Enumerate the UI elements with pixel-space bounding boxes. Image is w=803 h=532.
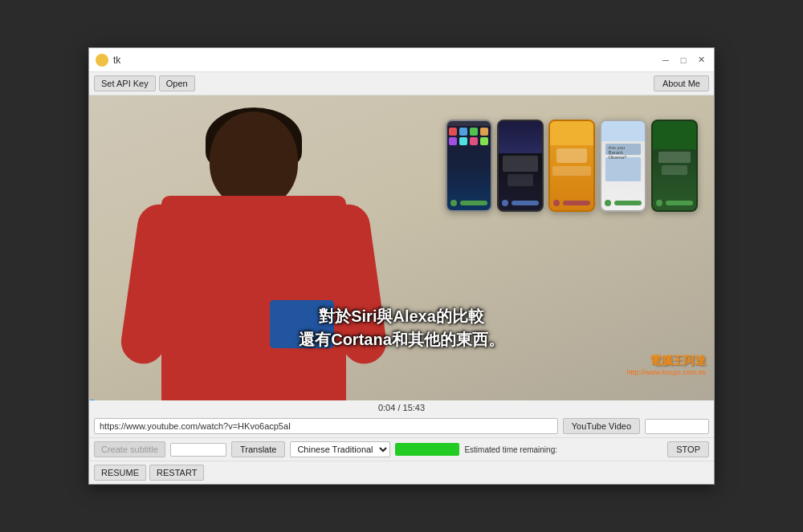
translation-progress-bar bbox=[395, 443, 459, 456]
watermark-title: 電腦王阿達 bbox=[626, 354, 706, 368]
file-input[interactable] bbox=[645, 419, 709, 434]
phone-screen-1 bbox=[447, 121, 491, 193]
url-row: YouTube Video bbox=[89, 415, 714, 437]
about-me-button[interactable]: About Me bbox=[654, 75, 709, 91]
video-player: Are you Barack Obama? bbox=[89, 95, 714, 400]
minimize-button[interactable]: ─ bbox=[659, 54, 672, 67]
resume-button[interactable]: RESUME bbox=[94, 465, 146, 481]
phone-screen-2 bbox=[499, 121, 542, 193]
language-select[interactable]: Chinese Traditional Chinese Simplified E… bbox=[290, 441, 390, 457]
subtitle-line-1: 對於Siri與Alexa的比較 bbox=[299, 306, 504, 327]
youtube-video-button[interactable]: YouTube Video bbox=[563, 418, 640, 434]
maximize-button[interactable]: □ bbox=[677, 54, 690, 67]
watermark-url: http://www.kocpc.com.tw bbox=[626, 368, 706, 376]
phone-3 bbox=[548, 120, 595, 212]
head bbox=[210, 112, 298, 208]
set-api-key-button[interactable]: Set API Key bbox=[94, 75, 156, 91]
body bbox=[161, 196, 346, 400]
person-figure-area bbox=[89, 95, 464, 400]
url-input[interactable] bbox=[94, 418, 558, 434]
phone-2 bbox=[497, 120, 544, 212]
estimated-label: Estimated time remaining: bbox=[464, 445, 557, 454]
window-title: tk bbox=[113, 55, 659, 66]
time-display: 0:04 / 15:43 bbox=[89, 400, 714, 415]
restart-button[interactable]: RESTART bbox=[149, 465, 204, 481]
subtitle-input[interactable] bbox=[170, 443, 226, 457]
subtitle-line-2: 還有Cortana和其他的東西。 bbox=[299, 329, 504, 351]
translate-button[interactable]: Translate bbox=[231, 441, 285, 457]
controls-row: Create subtitle Translate Chinese Tradit… bbox=[89, 437, 714, 461]
bottom-controls-row: RESUME RESTART bbox=[89, 461, 714, 484]
close-button[interactable]: ✕ bbox=[695, 54, 707, 67]
subtitle-overlay: 對於Siri與Alexa的比較 還有Cortana和其他的東西。 bbox=[299, 304, 504, 352]
app-window: tk ─ □ ✕ Set API Key Open About Me bbox=[88, 47, 715, 485]
progress-thumb bbox=[89, 400, 96, 400]
phones-display: Are you Barack Obama? bbox=[446, 120, 698, 212]
title-bar: tk ─ □ ✕ bbox=[89, 48, 714, 72]
open-button[interactable]: Open bbox=[159, 75, 195, 91]
phone-screen-3 bbox=[550, 121, 593, 193]
watermark: 電腦王阿達 http://www.kocpc.com.tw bbox=[626, 354, 706, 376]
phone-screen-5 bbox=[653, 121, 696, 193]
phone-5 bbox=[651, 120, 698, 212]
video-background: Are you Barack Obama? bbox=[89, 95, 714, 400]
menu-bar: Set API Key Open About Me bbox=[89, 72, 714, 95]
phone-4: Are you Barack Obama? bbox=[600, 120, 646, 212]
phone-screen-4: Are you Barack Obama? bbox=[601, 121, 645, 193]
window-controls: ─ □ ✕ bbox=[659, 54, 707, 67]
person-figure bbox=[113, 112, 418, 400]
app-icon bbox=[96, 54, 108, 67]
create-subtitle-button[interactable]: Create subtitle bbox=[94, 441, 165, 457]
phone-1 bbox=[446, 120, 492, 212]
stop-button[interactable]: STOP bbox=[667, 441, 709, 457]
